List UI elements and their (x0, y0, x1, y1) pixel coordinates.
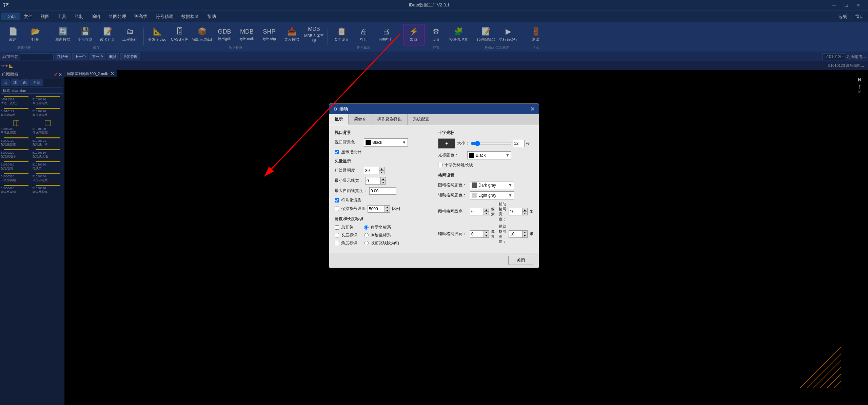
aux-grid-width-up[interactable]: ▲ (522, 208, 528, 212)
aux-grid-height-value[interactable] (509, 230, 522, 238)
aux-grid-width-value[interactable] (509, 208, 522, 215)
survey-coords-radio[interactable] (364, 233, 369, 237)
settings-button[interactable]: ⚙ 设置 (425, 24, 447, 45)
aux-grid-width-down[interactable]: ▼ (522, 212, 528, 215)
delete-button[interactable]: 删除 (107, 53, 119, 60)
aux-line-down[interactable]: ▼ (484, 234, 489, 238)
crosshair-size-value[interactable] (513, 140, 525, 147)
menu-tools[interactable]: 工具 (54, 12, 71, 21)
page-setup-button[interactable]: 📋 页面设置 (331, 24, 352, 45)
canvas-tab[interactable]: 国家基础地理500_2.mdb ✕ (64, 70, 117, 77)
sidebar-close-button[interactable]: ✕ (59, 72, 62, 77)
sidebar-item-51020220[interactable]: 51020220 配电线地下 (1, 149, 32, 159)
sidebar-item-51010121[interactable]: 51010121 高压输电线 (1, 107, 32, 117)
length-mark-checkbox[interactable] (335, 233, 339, 237)
sidebar-item-51020120[interactable]: 51020120 配电线架空 (1, 137, 32, 147)
export-gdb-button[interactable]: GDB 导出gdb (214, 24, 235, 45)
map-grid-width-down[interactable]: ▼ (484, 212, 489, 215)
master-switch-checkbox[interactable] (335, 225, 339, 230)
math-coords-radio[interactable] (364, 225, 369, 230)
aux-grid-line-width-value[interactable] (470, 230, 484, 238)
tab-area[interactable]: 面 (20, 79, 29, 86)
close-button[interactable]: ✕ (852, 0, 865, 10)
sidebar-item-51010330[interactable]: 51010330 依比例高高 (33, 119, 64, 135)
aux-height-down[interactable]: ▼ (522, 234, 528, 238)
export-shp-button[interactable]: SHP 导出shp (258, 24, 280, 45)
min-width-up[interactable]: ▲ (380, 177, 386, 181)
save-graphic-button[interactable]: 💾 图形存盘 (74, 24, 96, 45)
menu-draw[interactable]: 绘制 (71, 12, 87, 21)
export-dwg-button[interactable]: 📐 分发至dwg (146, 24, 168, 45)
menu-options[interactable]: 选项 (835, 13, 850, 20)
sidebar-item-51030220[interactable]: 51030220 电线架 (33, 160, 64, 171)
show-compass-checkbox[interactable] (335, 150, 339, 154)
angle-mark-checkbox[interactable] (335, 241, 339, 245)
sidebar-item-51010120[interactable]: 51010120 高压输电线 (33, 95, 64, 105)
dialog-tab-system[interactable]: 系统配置 (408, 114, 435, 125)
sidebar-item-51030330[interactable]: 51030330 依比例电线 (33, 172, 64, 182)
sidebar-item-51010310[interactable]: 51010310 不依比例高 (1, 119, 32, 135)
tab-point[interactable]: 点 (1, 79, 10, 86)
map-grid-color-select[interactable]: Dark gray ▼ (470, 181, 514, 189)
aux-height-up[interactable]: ▲ (522, 230, 528, 234)
sidebar-item-51030310[interactable]: 51030310 不依比例电 (1, 172, 32, 182)
open-button[interactable]: 📂 打开 (24, 24, 46, 45)
extend-line-checkbox[interactable] (438, 163, 442, 167)
sidebar-item-51020121[interactable]: 51020121 配电线（不 (33, 137, 64, 147)
menu-file[interactable]: 文件 (20, 12, 37, 21)
menu-idata[interactable]: iData (1, 13, 20, 20)
import-data-button[interactable]: 📥 导入数据 (281, 24, 302, 45)
dialog-tab-shortcuts[interactable]: 简命令 (349, 114, 372, 125)
max-free-width-value[interactable] (369, 187, 396, 195)
sidebar-item-51020310[interactable]: 51020310 配电线入地 (33, 149, 64, 159)
sidebar-item-51030410[interactable]: 51030410 输电线电缆 (1, 184, 32, 194)
keep-symbol-scale-value[interactable] (368, 205, 384, 213)
project-save-button[interactable]: 🗂 工程保存 (119, 24, 141, 45)
run-command-button[interactable]: ▶ 执行命令行 (497, 24, 519, 45)
sidebar-item-51020410[interactable]: 51020410 配电电缆 (1, 160, 32, 171)
symbolic-render-checkbox[interactable] (335, 198, 339, 203)
tab-all[interactable]: 全部 (30, 79, 43, 86)
map-grid-width-up[interactable]: ▲ (484, 208, 489, 212)
menu-symbol-tune[interactable]: 符号精调 (152, 12, 177, 21)
prev-segment-radio[interactable] (364, 241, 369, 245)
load-button[interactable]: ⚡ 加载 (403, 24, 425, 45)
tiled-print-button[interactable]: 🖨 分幅打印 (375, 24, 397, 45)
export-3dxf-button[interactable]: 📦 输出三维dxf (191, 24, 213, 45)
export-mdb-button[interactable]: MDB 导出mdb (236, 24, 258, 45)
aux-line-up[interactable]: ▲ (484, 230, 489, 234)
tab-close-button[interactable]: ✕ (111, 71, 114, 76)
tag-input[interactable] (20, 53, 54, 60)
tab-line[interactable]: 线 (11, 79, 20, 86)
menu-view[interactable]: 视图 (37, 12, 54, 21)
prev-button[interactable]: 上一个 (72, 53, 88, 60)
cass-import-button[interactable]: 🗄 CASS入库 (169, 24, 191, 45)
min-width-down[interactable]: ▼ (380, 181, 386, 185)
sidebar-item-51030510[interactable]: 51030510 输电线检修 (33, 184, 64, 194)
keep-symbol-checkbox[interactable] (335, 207, 339, 211)
module-manager-button[interactable]: 🧩 模块管理器 (448, 24, 469, 45)
dialog-tab-display[interactable]: 显示 (329, 114, 349, 125)
menu-contour[interactable]: 等高线 (130, 12, 152, 21)
menu-window[interactable]: 窗口 (852, 13, 867, 20)
rename-save-button[interactable]: 📝 改名存盘 (97, 24, 118, 45)
keep-symbol-down[interactable]: ▼ (384, 209, 390, 213)
menu-data-check[interactable]: 数据检查 (177, 12, 203, 21)
next-button[interactable]: 下一个 (90, 53, 105, 60)
map-grid-width-value[interactable] (470, 208, 484, 215)
code-editor-button[interactable]: 📝 代码编辑器 (475, 24, 497, 45)
refresh-button[interactable]: 🔄 刷新数据 (52, 24, 74, 45)
mdb-import-button[interactable]: MDB MDB入库整理 (303, 24, 325, 45)
crosshair-size-range[interactable] (471, 141, 511, 146)
keep-symbol-up[interactable]: ▲ (384, 205, 390, 209)
sidebar-item-46011322[interactable]: 46011322 滑道（点线） (1, 95, 32, 105)
aux-grid-color-select[interactable]: Light gray ▼ (470, 191, 514, 199)
search-input[interactable] (1, 88, 63, 94)
maximize-button[interactable]: □ (840, 0, 852, 10)
rough-transparency-down[interactable]: ▼ (379, 171, 384, 174)
minimize-button[interactable]: ─ (828, 0, 840, 10)
exit-button[interactable]: 🚪 退出 (525, 24, 547, 45)
jump-to-button[interactable]: 跳转至 (55, 53, 71, 60)
dialog-footer-close-button[interactable]: 关闭 (508, 256, 533, 265)
dialog-tab-operations[interactable]: 操作及选择集 (372, 114, 408, 125)
